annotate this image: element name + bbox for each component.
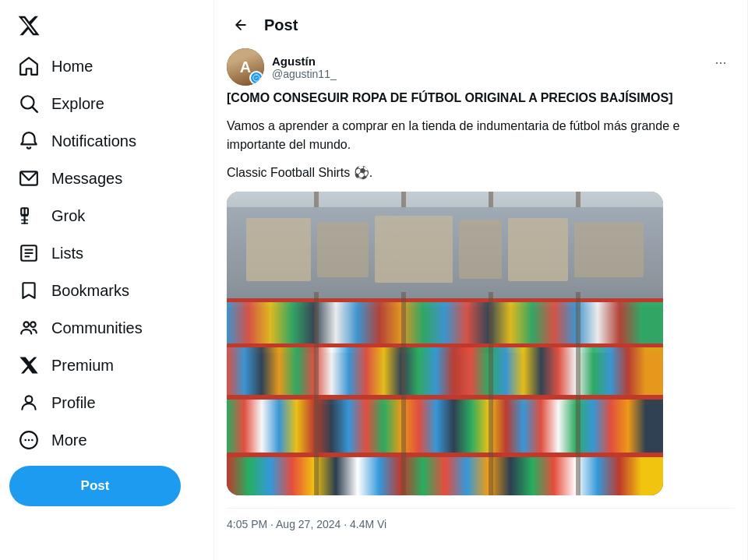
rack-row-4 <box>227 453 663 495</box>
rack-row-3 <box>227 395 663 462</box>
profile-label: Profile <box>51 394 96 412</box>
sidebar-item-profile[interactable]: Profile <box>9 385 204 421</box>
grok-icon <box>19 206 39 226</box>
more-dots: ··· <box>714 55 726 71</box>
svg-point-18 <box>31 439 34 442</box>
post-header: Post <box>214 0 747 39</box>
search-icon <box>19 93 39 114</box>
envelope-icon <box>19 168 39 188</box>
tweet-text-body: Vamos a aprender a comprar en la tienda … <box>227 117 735 154</box>
svg-point-17 <box>28 439 30 442</box>
sidebar: Home Explore Notifications Messages <box>0 0 214 560</box>
warehouse-warehouse-bg <box>227 192 663 495</box>
svg-point-12 <box>24 322 30 327</box>
back-arrow-icon <box>233 17 249 33</box>
sidebar-item-explore[interactable]: Explore <box>9 86 204 122</box>
post-header-title: Post <box>264 16 298 34</box>
x-logo-icon <box>17 14 41 37</box>
premium-icon <box>19 355 39 375</box>
main-content: Post A Agustín @agustin11_ <box>214 0 748 560</box>
tweet-container: A Agustín @agustin11_ ··· [COMO CONSEGUI… <box>214 39 747 540</box>
sidebar-item-more[interactable]: More <box>9 422 204 458</box>
post-button[interactable]: Post <box>9 466 181 506</box>
communities-label: Communities <box>51 319 143 337</box>
sidebar-item-messages[interactable]: Messages <box>9 160 204 196</box>
lists-label: Lists <box>51 245 83 262</box>
grok-label: Grok <box>51 207 85 225</box>
tweet-author-row: A Agustín @agustin11_ ··· <box>227 48 735 86</box>
bell-icon <box>19 131 39 151</box>
list-icon <box>19 243 39 263</box>
sidebar-item-lists[interactable]: Lists <box>9 235 204 271</box>
home-label: Home <box>51 58 93 76</box>
tweet-text-brand: Classic Football Shirts ⚽. <box>227 164 735 182</box>
svg-line-1 <box>33 107 37 112</box>
author-name: Agustín <box>272 55 337 68</box>
messages-label: Messages <box>51 170 122 188</box>
sidebar-item-grok[interactable]: Grok <box>9 198 204 234</box>
tweet-text-bold: [COMO CONSEGUIR ROPA DE FÚTBOL ORIGINAL … <box>227 89 735 107</box>
verified-icon <box>252 74 260 82</box>
explore-label: Explore <box>51 95 104 113</box>
bookmarks-label: Bookmarks <box>51 282 129 300</box>
bookmark-icon <box>19 280 39 301</box>
tweet-timestamp: 4:05 PM · Aug 27, 2024 · 4.4M Vi <box>227 508 735 530</box>
tweet-image <box>227 192 663 495</box>
avatar[interactable]: A <box>227 48 264 86</box>
sidebar-item-communities[interactable]: Communities <box>9 310 204 346</box>
notifications-label: Notifications <box>51 132 136 150</box>
home-icon <box>19 56 39 76</box>
sidebar-item-bookmarks[interactable]: Bookmarks <box>9 273 204 308</box>
verified-badge <box>249 71 263 85</box>
sidebar-item-home[interactable]: Home <box>9 48 204 84</box>
profile-icon <box>19 393 39 413</box>
author-details: Agustín @agustin11_ <box>272 55 337 80</box>
tweet-more-button[interactable]: ··· <box>707 48 735 76</box>
more-label: More <box>51 431 87 449</box>
premium-label: Premium <box>51 357 114 375</box>
x-logo-button[interactable] <box>9 6 48 45</box>
svg-point-14 <box>26 396 33 403</box>
svg-point-16 <box>24 439 26 442</box>
communities-icon <box>19 318 39 338</box>
tweet-author-info: A Agustín @agustin11_ <box>227 48 337 86</box>
author-handle: @agustin11_ <box>272 68 337 80</box>
back-button[interactable] <box>227 11 255 39</box>
more-icon <box>19 430 39 450</box>
sidebar-item-notifications[interactable]: Notifications <box>9 123 204 159</box>
svg-point-13 <box>30 322 35 327</box>
sidebar-item-premium[interactable]: Premium <box>9 347 204 383</box>
